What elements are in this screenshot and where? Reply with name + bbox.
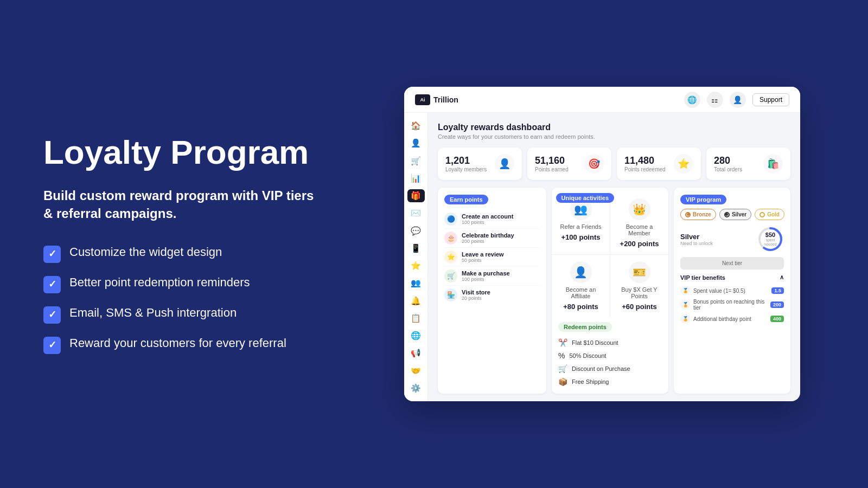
sidebar-home-icon[interactable]: 🏠 [407,119,425,132]
earn-item[interactable]: 🛒 Make a purchase 100 points [444,267,540,286]
activity-points: +100 points [561,233,601,241]
earn-item-text: Celebrate birthday 200 points [462,232,514,244]
benefit-badge: 200 [770,301,784,308]
earn-card: Earn points 🔵 Create an account 100 poin… [438,188,546,394]
earn-item[interactable]: ⭐ Leave a review 50 points [444,248,540,267]
vip-tab-bronze[interactable]: Bronze [680,209,716,220]
silver-section: Silver Need to unlock $50 spe [680,226,784,253]
unique-badge: Unique activities [556,193,614,203]
redeem-item[interactable]: ✂️Flat $10 Discount [558,336,662,349]
sidebar: 🏠 👤 🛒 📊 🎁 ✉️ 💬 📱 ⭐ 👥 🔔 📋 🌐 📢 🤝 ⚙️ [404,113,428,401]
redeem-item[interactable]: 📦Free Shipping [558,375,662,388]
feature-item: Email, SMS & Push intergration [43,305,326,324]
redeem-item-name: Flat $10 Discount [572,339,618,346]
sidebar-user-icon[interactable]: 👤 [407,137,425,150]
collapse-icon[interactable]: ∧ [780,274,784,281]
translate-icon[interactable]: 🌐 [684,92,700,108]
page-title: Loyalty rewards dashboard [438,123,790,132]
sidebar-cart-icon[interactable]: 🛒 [407,155,425,168]
vip-tab-gold[interactable]: Gold [755,209,784,220]
sidebar-team-icon[interactable]: 👥 [407,277,425,290]
feature-item: Better point redemption reminders [43,275,326,293]
main-title: Loyalty Program [43,134,326,171]
dashboard: Ai Trillion 🌐 ⚏ 👤 Support 🏠 👤 🛒 📊 🎁 ✉️ 💬 [404,87,800,401]
earn-item-text: Create an account 100 points [462,213,513,225]
benefit-icon: 🏅 [680,314,690,324]
sidebar-mail-icon[interactable]: ✉️ [407,207,425,220]
stat-card: 280 Total orders 🛍️ [706,147,790,180]
sidebar-settings-icon[interactable]: ⚙️ [407,382,425,395]
stat-card: 1,201 Loyalty members 👤 [438,147,522,180]
feature-text: Customize the widget design [69,245,222,260]
sidebar-bell-icon[interactable]: 🔔 [407,294,425,307]
feature-text: Better point redemption reminders [69,275,250,291]
earn-card-title: Earn points [444,195,488,204]
support-button[interactable]: Support [752,93,789,106]
stat-card: 11,480 Points redeemed ⭐ [617,147,701,180]
activity-cell[interactable]: 👤 Become an Affiliate +80 points [552,255,610,317]
stat-card: 51,160 Points earned 🎯 [527,147,611,180]
benefit-icon: 🏅 [680,286,690,296]
earn-item-text: Leave a review 50 points [462,251,504,263]
vip-tab-silver[interactable]: Silver [719,209,751,220]
activity-icon: 👑 [629,198,650,220]
activity-cell[interactable]: 🎫 Buy $X Get Y Points +60 points [610,255,668,317]
subtitle: Build custom reward program with VIP tie… [43,187,326,223]
stat-icon: 👤 [495,154,514,174]
earn-item-icon: 🔵 [444,213,457,226]
avatar[interactable]: 👤 [730,92,746,108]
feature-text: Reward your customers for every referral [69,336,286,351]
sidebar-chat-icon[interactable]: 💬 [407,224,425,237]
earn-item-icon: 🎂 [444,232,457,245]
sidebar-affiliate-icon[interactable]: 🤝 [407,364,425,377]
vip-panel: VIP program Bronze Silver [674,188,790,394]
stat-info: 280 Total orders [714,155,742,172]
activity-points: +80 points [563,303,598,311]
check-icon [43,337,61,354]
activity-name: Become an Affiliate [558,286,603,299]
stat-number: 11,480 [624,155,666,166]
redeem-section: Redeem points ✂️Flat $10 Discount%50% Di… [552,322,668,394]
grid-icon[interactable]: ⚏ [707,92,723,108]
silver-info: Silver Need to unlock [680,233,713,246]
earn-item[interactable]: 🔵 Create an account 100 points [444,210,540,229]
benefit-badge: 1.5 [771,287,784,294]
sidebar-megaphone-icon[interactable]: 📢 [407,346,425,359]
next-tier-button[interactable]: Next tier [680,257,784,269]
stat-label: Loyalty members [445,166,487,172]
sidebar-globe-icon[interactable]: 🌐 [407,329,425,342]
benefit-name: Bonus points on reaching this tier [693,299,767,311]
progress-label: spentneeded [764,238,776,246]
sidebar-chart-icon[interactable]: 📊 [407,172,425,185]
stat-icon: 🎯 [584,154,604,174]
stat-info: 1,201 Loyalty members [445,155,487,172]
redeem-icon: ✂️ [558,338,567,347]
vip-tabs: Bronze Silver Gold [680,209,784,220]
redeem-item-name: Discount on Purchase [572,365,630,372]
stat-label: Total orders [714,166,742,172]
activity-cell[interactable]: 👑 Become a Member +200 points [610,192,668,254]
earn-item[interactable]: 🎂 Celebrate birthday 200 points [444,229,540,248]
stat-info: 51,160 Points earned [535,155,569,172]
redeem-icon: % [558,351,565,360]
earn-item-icon: ⭐ [444,251,457,264]
earn-item[interactable]: 🏪 Visit store 20 points [444,286,540,304]
redeem-item[interactable]: 🛒Discount on Purchase [558,362,662,375]
redeem-icon: 📦 [558,377,567,386]
sidebar-star-icon[interactable]: ⭐ [407,259,425,272]
sidebar-copy-icon[interactable]: 📋 [407,312,425,325]
activities-panel: Unique activities 👥 Refer a Friends +100… [552,188,668,394]
sidebar-whatsapp-icon[interactable]: 📱 [407,242,425,255]
sidebar-gift-icon[interactable]: 🎁 [407,189,425,202]
activity-icon: 👤 [570,261,592,283]
silver-dot [724,212,730,217]
brand-name: Trillion [433,95,458,104]
redeem-badge: Redeem points [558,322,612,332]
benefit-item: 🏅 Spent value (1= $0.5) 1.5 [680,284,784,297]
redeem-item[interactable]: %50% Discount [558,349,662,362]
activity-points: +200 points [620,240,659,248]
check-icon [43,276,61,293]
topbar-right: 🌐 ⚏ 👤 Support [684,92,789,108]
activity-grid: 👥 Refer a Friends +100 points 👑 Become a… [552,192,668,317]
activity-icon: 🎫 [629,261,650,283]
